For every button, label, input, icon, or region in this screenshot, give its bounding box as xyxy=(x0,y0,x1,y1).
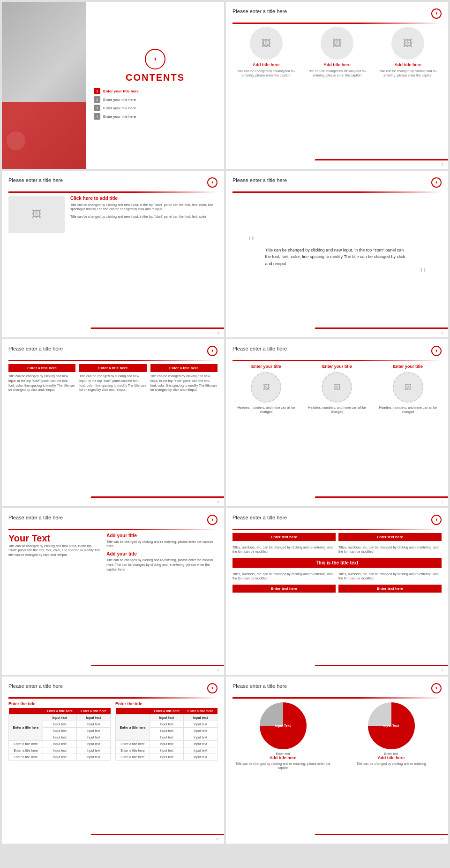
circle-caption-3: Headers, numbers, and more can all be ch… xyxy=(375,405,442,414)
cell[interactable]: Input text xyxy=(150,734,184,741)
row-label[interactable]: Enter a title here xyxy=(116,741,150,747)
slide8-grid: Enter text here Enter text here Titles, … xyxy=(232,533,442,593)
red-box-title-1[interactable]: Enter a title here xyxy=(8,364,75,372)
cell[interactable]: Input text xyxy=(77,728,111,734)
grid-cell-bar-2[interactable]: Enter text here xyxy=(338,533,442,541)
row-label[interactable]: Enter a title here xyxy=(116,747,150,754)
cell[interactable]: Input text xyxy=(150,747,184,754)
pie-center-text-2[interactable]: Input Text xyxy=(383,724,399,728)
pie-enter-text-1[interactable]: Enter text xyxy=(232,752,333,755)
cell[interactable]: Input text xyxy=(43,754,77,761)
add-title-1[interactable]: Add your title xyxy=(106,533,218,538)
red-accent xyxy=(90,665,224,666)
red-accent xyxy=(315,159,448,160)
cell[interactable]: Input text xyxy=(184,721,218,728)
row-label[interactable]: Enter a title here xyxy=(116,754,150,761)
row-label[interactable]: Enter a title here xyxy=(9,741,43,747)
slide-title: Please enter a title here xyxy=(232,515,287,520)
item-num: 1 xyxy=(94,88,100,94)
page-number: 9 xyxy=(442,669,443,672)
table-title-1[interactable]: Enter the title xyxy=(8,701,111,706)
red-accent xyxy=(315,665,448,666)
three-circles-layout: Enter your title 🖼 Headers, numbers, and… xyxy=(232,364,442,414)
slide-3: Please enter a title here ⚕ 🖼 Click here… xyxy=(2,171,224,338)
pie-chart-1: Input Text xyxy=(260,702,307,749)
image-icon: 🖼 xyxy=(263,383,270,391)
badge-icon: ⚕ xyxy=(431,8,442,19)
badge-icon: ⚕ xyxy=(431,515,442,525)
cell[interactable]: Input text xyxy=(184,715,218,721)
red-accent-line xyxy=(232,191,442,193)
badge-icon: ⚕ xyxy=(207,346,218,356)
cell[interactable]: Input text xyxy=(43,721,77,728)
grid-cell-text-3: Titles, numbers, etc. can be changed by … xyxy=(232,571,336,582)
cell[interactable]: Input text xyxy=(77,721,111,728)
grid-cell-bar-4[interactable]: Enter text here xyxy=(338,585,442,593)
cell[interactable]: Input text xyxy=(150,728,184,734)
cell[interactable]: Input text xyxy=(150,721,184,728)
slide7-left: Your Text Title can be changed by clicki… xyxy=(8,533,101,575)
cell[interactable]: Input text xyxy=(43,741,77,747)
slide-title: Please enter a title here xyxy=(232,8,287,14)
circle-title-1[interactable]: Enter your title xyxy=(232,364,300,369)
col-title-2[interactable]: Add title here xyxy=(303,62,370,67)
pie-center-text-1[interactable]: Input Text xyxy=(275,724,291,728)
cell[interactable]: Input text xyxy=(77,747,111,754)
circle-title-3[interactable]: Enter your title xyxy=(375,364,442,369)
add-title-2[interactable]: Add your title xyxy=(106,551,218,556)
cell[interactable]: Input text xyxy=(43,747,77,754)
list-item[interactable]: 1 Enter your title here xyxy=(94,88,217,94)
circle-title-2[interactable]: Enter your title xyxy=(303,364,370,369)
slide-5: Please enter a title here ⚕ Enter a titl… xyxy=(2,339,224,506)
page-number: 6 xyxy=(218,500,219,503)
cell[interactable]: Input text xyxy=(150,754,184,761)
big-text[interactable]: Your Text xyxy=(8,533,101,544)
row-label[interactable]: Enter a title here xyxy=(116,715,150,741)
list-item[interactable]: 3 Enter your title here xyxy=(94,105,217,111)
cell[interactable]: Input text xyxy=(43,715,77,721)
click-title[interactable]: Click here to add title xyxy=(70,196,218,201)
center-title-bar[interactable]: This is the title text xyxy=(232,558,442,568)
red-accent-line xyxy=(8,360,218,361)
cell[interactable]: Input text xyxy=(184,741,218,747)
slide-header: Please enter a title here ⚕ xyxy=(232,177,442,188)
column-item-2: 🖼 Add title here Title can be changed by… xyxy=(303,27,370,77)
cell[interactable]: Input text xyxy=(77,715,111,721)
list-item[interactable]: 2 Enter your title here xyxy=(94,96,217,103)
col-title-1[interactable]: Add title here xyxy=(232,62,300,67)
red-col-text-2: Title can be changed by clicking and new… xyxy=(79,374,146,392)
grid-cell-bar-1[interactable]: Enter text here xyxy=(232,533,336,541)
list-item[interactable]: 4 Enter your title here xyxy=(94,113,217,120)
table-section-2: Enter the title Enter a title here Enter… xyxy=(115,701,218,761)
cell[interactable]: Input text xyxy=(184,754,218,761)
cell[interactable]: Input text xyxy=(43,734,77,741)
table-row-header: Enter a title here Enter a title here xyxy=(116,708,218,715)
col-title-3[interactable]: Add title here xyxy=(375,62,442,67)
quote-container: " Title can be changed by clicking and n… xyxy=(232,196,442,319)
cell[interactable]: Input text xyxy=(77,734,111,741)
table-row: Enter a title here Input text Input text xyxy=(116,715,218,721)
quote-text[interactable]: Title can be changed by clicking and new… xyxy=(257,242,416,272)
red-accent-line xyxy=(8,529,218,530)
red-box-title-2[interactable]: Enter a title here xyxy=(79,364,146,372)
cell[interactable]: Input text xyxy=(184,747,218,754)
cell[interactable]: Input text xyxy=(77,754,111,761)
table-title-2[interactable]: Enter the title xyxy=(115,701,218,706)
pie-title-2[interactable]: Add title here xyxy=(341,755,442,760)
cell[interactable]: Input text xyxy=(184,728,218,734)
cell[interactable]: Input text xyxy=(43,728,77,734)
cell[interactable]: Input text xyxy=(77,741,111,747)
row-label[interactable]: Enter a title here xyxy=(9,754,43,761)
pie-enter-text-2[interactable]: Enter text xyxy=(341,752,442,755)
row-label[interactable]: Enter a title here xyxy=(9,747,43,754)
pie-title-1[interactable]: Add title here xyxy=(232,755,333,760)
row-label[interactable]: Enter a title here xyxy=(9,715,43,741)
grid-cell-text-4: Titles, numbers, etc. can be changed by … xyxy=(338,571,442,582)
cell[interactable]: Input text xyxy=(150,715,184,721)
page-number: 9 xyxy=(218,669,219,672)
cell[interactable]: Input text xyxy=(184,734,218,741)
slides-grid: ⚕ CONTENTS 1 Enter your title here 2 Ent… xyxy=(0,0,450,845)
grid-cell-bar-3[interactable]: Enter text here xyxy=(232,585,336,593)
red-box-title-3[interactable]: Enter a title here xyxy=(150,364,218,372)
cell[interactable]: Input text xyxy=(150,741,184,747)
